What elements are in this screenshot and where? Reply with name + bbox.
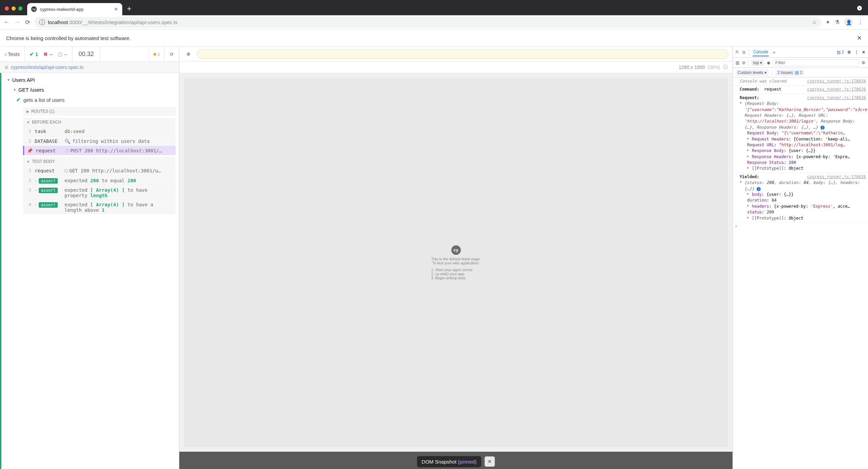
object-expand[interactable]: body: {user: {…}} bbox=[747, 192, 866, 198]
object-expand[interactable]: Response Body: {user: {…}} bbox=[747, 148, 866, 154]
suite-row[interactable]: ▼GET /users bbox=[1, 85, 179, 95]
test-row[interactable]: ✔gets a list of users bbox=[1, 95, 179, 105]
live-expression-icon[interactable]: ◉ bbox=[767, 60, 770, 65]
messages-badge[interactable]: ▤ 2 bbox=[837, 50, 844, 55]
cypress-favicon: cy bbox=[31, 6, 37, 12]
rerun-button[interactable]: ⟳ bbox=[164, 47, 179, 62]
automation-infobar: Chrome is being controlled by automated … bbox=[0, 30, 868, 47]
viewport-size: 1280 x 1000 bbox=[679, 64, 705, 70]
command-row[interactable]: 3-assertexpected [ Array(4) ] to have pr… bbox=[23, 185, 176, 200]
cypress-reporter: ‹ Tests ✔ 1 ✖ -- ◌ -- 00.32 ↕ ⟳ 🗎 cypres… bbox=[0, 47, 179, 469]
auto-scroll-toggle[interactable]: ↕ bbox=[149, 47, 164, 62]
minimize-window-button[interactable] bbox=[12, 6, 16, 11]
sidebar-toggle-icon[interactable]: ▥ bbox=[736, 60, 739, 65]
object-expand[interactable]: {status: 200, duration: 84, body: {…}, h… bbox=[740, 180, 866, 192]
object-expand[interactable]: headers: {x-powered-by: 'Express', acce… bbox=[747, 204, 866, 209]
command-row[interactable]: 1taskdb:seed bbox=[23, 127, 176, 136]
unpin-snapshot-button[interactable]: ✕ bbox=[485, 456, 495, 467]
address-bar[interactable]: ⓘ localhost:3000/__/#/tests/integration/… bbox=[34, 17, 821, 28]
inspect-element-icon[interactable]: ⇱ bbox=[736, 50, 739, 55]
source-link[interactable]: cypress_runner.js:178634 bbox=[807, 78, 866, 84]
site-info-icon[interactable]: ⓘ bbox=[39, 18, 45, 26]
object-property[interactable]: Request Body: "{\"username\":\"Katharin… bbox=[747, 130, 866, 136]
status-indicator-icon bbox=[65, 169, 68, 172]
info-icon[interactable]: i bbox=[757, 187, 761, 191]
source-link[interactable]: cypress_runner.js:178626 bbox=[807, 87, 866, 92]
close-devtools-icon[interactable]: ✕ bbox=[862, 50, 865, 55]
lab-flask-icon[interactable]: ⚗ bbox=[835, 19, 839, 25]
settings-gear-icon[interactable]: ⚙ bbox=[847, 50, 851, 55]
log-level-selector[interactable]: Custom levels ▾ bbox=[736, 70, 768, 76]
extensions-icon[interactable]: ✦ bbox=[826, 19, 830, 25]
object-property[interactable]: Request URL: "http://localhost:3001/log… bbox=[747, 142, 866, 148]
browser-tab[interactable]: cy cypress-realworld-app ✕ bbox=[27, 3, 122, 15]
routes-toggle[interactable]: ▶ROUTES (1) bbox=[23, 107, 176, 116]
file-icon: 🗎 bbox=[4, 64, 9, 70]
back-button[interactable]: ← bbox=[3, 19, 10, 26]
info-icon[interactable]: ⓘ bbox=[723, 64, 728, 70]
selector-playground-button[interactable]: ⊕ bbox=[183, 49, 194, 59]
kebab-menu-icon[interactable]: ⋮ bbox=[854, 50, 858, 55]
close-tab-icon[interactable]: ✕ bbox=[114, 6, 118, 12]
profile-avatar[interactable]: 👤 bbox=[844, 18, 853, 27]
console-settings-gear-icon[interactable]: ⚙ bbox=[862, 60, 865, 65]
search-icon: 🔍 bbox=[65, 138, 70, 144]
console-message[interactable]: cypress_runner.js:178626 Yielded: {statu… bbox=[733, 173, 868, 223]
assert-badge: assert bbox=[39, 202, 57, 208]
source-link[interactable]: cypress_runner.js:178626 bbox=[807, 174, 866, 180]
kebab-menu-icon[interactable]: ⋮ bbox=[858, 19, 863, 25]
spec-path[interactable]: 🗎 cypress/tests/api/api-users.spec.ts bbox=[0, 62, 179, 73]
clear-console-icon[interactable]: ⊘ bbox=[742, 60, 745, 65]
console-message[interactable]: cypress_runner.js:178634 Console was cle… bbox=[733, 77, 868, 86]
close-infobar-icon[interactable]: ✕ bbox=[857, 34, 862, 42]
new-tab-button[interactable]: + bbox=[122, 4, 136, 15]
bookmark-star-icon[interactable]: ☆ bbox=[812, 19, 817, 25]
failed-count: ✖ -- bbox=[43, 51, 53, 57]
passed-count: ✔ 1 bbox=[30, 51, 38, 57]
test-body-label[interactable]: ▼TEST BODY bbox=[23, 157, 176, 166]
object-expand[interactable]: Response Headers: {x-powered-by: 'Expre… bbox=[747, 154, 866, 160]
check-icon: ✔ bbox=[16, 97, 21, 103]
tab-overflow-icon[interactable]: ▾ bbox=[857, 6, 862, 11]
before-each-label[interactable]: ▼BEFORE EACH bbox=[23, 118, 176, 127]
devtools-panel: ⇱ ⧉ Console » ▤ 2 ⚙ ⋮ ✕ ▥ ⊘ top ▾ ◉ ⚙ Cu… bbox=[733, 47, 868, 469]
command-row[interactable]: 2DATABASE🔍filtering within users data bbox=[23, 136, 176, 146]
object-property[interactable]: status: 200 bbox=[747, 209, 866, 215]
more-tabs-icon[interactable]: » bbox=[772, 49, 776, 56]
object-expand[interactable]: Request Headers: {Connection: 'keep-ali… bbox=[747, 136, 866, 142]
object-expand[interactable]: [[Prototype]]: Object bbox=[747, 166, 866, 171]
source-link[interactable]: cypress_runner.js:178626 bbox=[807, 95, 866, 101]
back-to-tests-button[interactable]: ‹ Tests bbox=[0, 47, 25, 61]
close-window-button[interactable] bbox=[5, 6, 9, 11]
aut-iframe[interactable]: cy This is the default blank page. To te… bbox=[184, 78, 728, 447]
forward-button[interactable]: → bbox=[14, 19, 20, 26]
browser-tab-strip: cy cypress-realworld-app ✕ + ▾ bbox=[0, 0, 868, 15]
info-icon[interactable]: i bbox=[820, 126, 825, 130]
command-row[interactable]: 1requestGET 200 http://localhost:3001/u… bbox=[23, 166, 176, 175]
console-filter-input[interactable] bbox=[773, 59, 859, 66]
console-tab[interactable]: Console bbox=[753, 48, 769, 56]
command-row[interactable]: 2-assertexpected 200 to equal 200 bbox=[23, 175, 176, 185]
aut-url-bar[interactable] bbox=[197, 49, 728, 59]
command-row[interactable]: 4-assertexpected [ Array(4) ] to have a … bbox=[23, 200, 176, 214]
issues-button[interactable]: 2 Issues: ▤ 2 bbox=[776, 70, 804, 76]
maximize-window-button[interactable] bbox=[18, 6, 22, 11]
reload-button[interactable]: ⟳ bbox=[25, 19, 30, 26]
console-message[interactable]: cypress_runner.js:178626 Request: {Reque… bbox=[733, 94, 868, 173]
context-selector[interactable]: top ▾ bbox=[751, 60, 764, 66]
device-toolbar-icon[interactable]: ⧉ bbox=[742, 50, 745, 55]
timer: 00.32 bbox=[72, 47, 100, 61]
window-controls bbox=[0, 6, 27, 15]
console-message[interactable]: cypress_runner.js:178626 Command: reques… bbox=[733, 86, 868, 94]
object-expand[interactable]: {Request Body: '{"username":"Katharina_B… bbox=[740, 101, 866, 130]
assert-badge: assert bbox=[39, 188, 57, 193]
console-prompt[interactable]: › bbox=[733, 223, 868, 230]
pending-count: ◌ -- bbox=[58, 51, 67, 57]
object-property[interactable]: duration: 84 bbox=[747, 198, 866, 203]
suite-row[interactable]: ▼Users API bbox=[1, 75, 179, 85]
blank-page-message: cy This is the default blank page. To te… bbox=[431, 245, 481, 280]
command-row[interactable]: 📌requestPOST 200 http://localhost:3001/… bbox=[23, 146, 176, 155]
object-expand[interactable]: [[Prototype]]: Object bbox=[747, 215, 866, 221]
automation-message: Chrome is being controlled by automated … bbox=[6, 35, 131, 41]
object-property[interactable]: Response Status: 200 bbox=[747, 160, 866, 166]
